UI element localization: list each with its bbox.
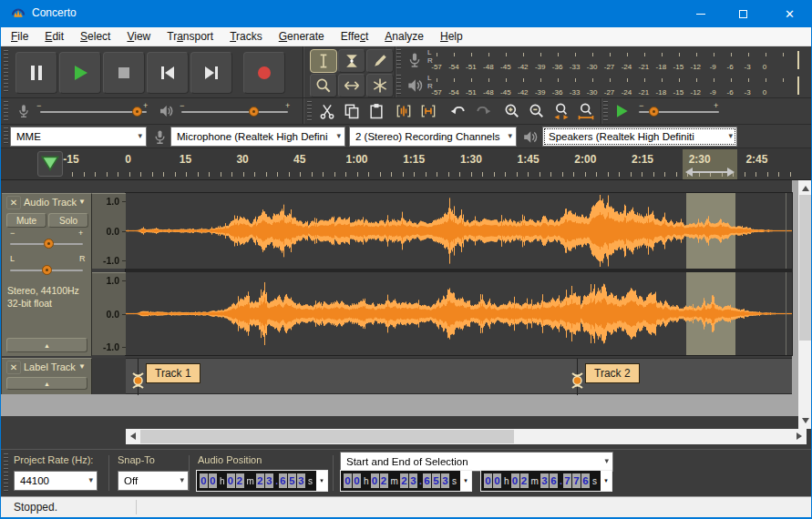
time-digit[interactable]: 6 (581, 473, 590, 488)
close-track-button[interactable]: ✕ (6, 196, 21, 209)
time-digit[interactable]: 3 (540, 473, 549, 488)
recording-meter-gripper[interactable] (396, 49, 401, 71)
playback-meter[interactable]: LR -57-54-51-48-45-42-39-36-33-30-27-24-… (396, 73, 807, 98)
skip-to-end-button[interactable] (190, 52, 232, 94)
zoom-selection-button[interactable] (548, 99, 575, 123)
time-digit[interactable]: 5 (432, 473, 440, 488)
time-digit[interactable]: 2 (520, 473, 529, 488)
waveform-canvas[interactable] (126, 193, 792, 355)
time-digit[interactable]: 5 (288, 473, 296, 488)
draw-tool-button[interactable] (366, 49, 394, 73)
scroll-up-icon[interactable] (802, 186, 809, 191)
time-field-dropdown-icon[interactable]: ▾ (316, 471, 327, 491)
device-toolbar-gripper[interactable] (4, 127, 8, 145)
output-volume-slider[interactable] (181, 111, 288, 113)
scroll-left-icon[interactable] (130, 432, 136, 440)
time-digit[interactable]: 6 (550, 473, 558, 488)
menu-analyze[interactable]: Analyze (376, 27, 432, 46)
time-field-dropdown-icon[interactable]: ▾ (601, 471, 612, 491)
solo-button[interactable]: Solo (48, 213, 88, 228)
time-digit[interactable]: 3 (441, 473, 449, 488)
playback-device-select[interactable]: Speakers (Realtek High Definiti▾ (542, 127, 737, 147)
menu-generate[interactable]: Generate (271, 27, 333, 46)
time-digit[interactable]: 2 (380, 473, 388, 488)
time-digit[interactable]: 0 (493, 473, 501, 488)
track-menu-caret-icon[interactable]: ▼ (78, 198, 86, 206)
maximize-button[interactable] (722, 0, 765, 27)
close-button[interactable]: ✕ (768, 0, 811, 27)
time-digit[interactable]: 0 (209, 473, 217, 488)
track-title[interactable]: Label Track (24, 361, 76, 372)
time-digit[interactable]: 2 (400, 473, 408, 488)
title-bar[interactable]: Concerto ✕ (1, 0, 811, 27)
time-digit[interactable]: 3 (265, 473, 273, 488)
record-button[interactable] (243, 52, 285, 94)
selection-tool-button[interactable] (310, 49, 337, 73)
transport-toolbar-gripper[interactable] (4, 50, 8, 94)
time-digit[interactable]: 3 (409, 473, 417, 488)
undo-button[interactable] (445, 99, 472, 123)
input-volume-slider[interactable] (40, 111, 147, 113)
selection-start-field[interactable]: 00h02m23.653s▾ (340, 470, 472, 492)
time-digit[interactable]: 0 (200, 473, 208, 488)
selection-toolbar-gripper[interactable] (4, 453, 8, 493)
time-digit[interactable]: 0 (344, 473, 352, 488)
label-track-row[interactable]: Track 1Track 2 (126, 358, 792, 394)
zoom-out-button[interactable] (523, 99, 550, 123)
time-digit[interactable]: 2 (236, 473, 244, 488)
time-digit[interactable]: 7 (563, 473, 571, 488)
trim-audio-button[interactable] (390, 99, 417, 123)
minimize-button[interactable] (679, 0, 722, 27)
horizontal-scrollbar[interactable] (126, 429, 807, 444)
stop-button[interactable] (103, 52, 145, 94)
zoom-fit-button[interactable] (572, 99, 600, 123)
menu-select[interactable]: Select (72, 27, 118, 46)
track-title[interactable]: Audio Track (24, 197, 77, 208)
label-text[interactable]: Track 1 (146, 363, 200, 383)
menu-tracks[interactable]: Tracks (221, 27, 271, 46)
envelope-tool-button[interactable] (338, 49, 365, 73)
vertical-scale-channel-2[interactable]: 1.00.0-1.0 (92, 272, 126, 355)
copy-button[interactable] (338, 99, 365, 123)
timeline-ruler[interactable]: -1501530451:001:151:301:452:002:152:302:… (1, 148, 811, 180)
menu-edit[interactable]: Edit (36, 27, 72, 46)
play-button[interactable] (59, 52, 101, 94)
silence-audio-button[interactable] (415, 99, 442, 123)
selection-end-field[interactable]: 00h02m36.776s▾ (480, 470, 612, 492)
track-menu-caret-icon[interactable]: ▼ (78, 362, 86, 371)
edit-toolbar-gripper[interactable] (307, 101, 312, 121)
gain-thumb[interactable] (44, 239, 54, 249)
redo-button[interactable] (469, 99, 497, 123)
project-rate-select[interactable]: 44100▾ (14, 471, 98, 491)
menu-effect[interactable]: Effect (333, 27, 376, 46)
timeshift-tool-button[interactable] (338, 74, 365, 97)
menu-view[interactable]: View (118, 27, 159, 46)
time-digit[interactable]: 6 (279, 473, 287, 488)
mixer-toolbar-gripper[interactable] (4, 101, 8, 121)
time-digit[interactable]: 0 (484, 473, 492, 488)
time-field-dropdown-icon[interactable]: ▾ (460, 471, 471, 491)
vertical-scrollbar[interactable] (798, 180, 812, 429)
input-volume-thumb[interactable] (132, 107, 142, 117)
selection-drag-handle[interactable] (685, 167, 735, 178)
menu-help[interactable]: Help (432, 27, 471, 46)
time-digit[interactable]: 0 (227, 473, 235, 488)
horizontal-scroll-thumb[interactable] (140, 430, 514, 443)
time-digit[interactable]: 0 (353, 473, 361, 488)
multi-tool-button[interactable] (366, 74, 394, 97)
pan-thumb[interactable] (42, 265, 52, 275)
menu-file[interactable]: File (3, 27, 36, 46)
timeline-options-button[interactable] (37, 151, 63, 177)
scroll-right-icon[interactable] (797, 432, 802, 440)
time-digit[interactable]: 0 (511, 473, 519, 488)
collapse-track-button[interactable]: ▲ (6, 377, 87, 390)
label-marker-flag[interactable] (571, 371, 583, 391)
time-digit[interactable]: 3 (297, 473, 305, 488)
output-volume-thumb[interactable] (249, 107, 259, 117)
recording-device-select[interactable]: Microphone (Realtek High Defini▾ (170, 127, 345, 147)
time-digit[interactable]: 0 (371, 473, 379, 488)
recording-channels-select[interactable]: 2 (Stereo) Recording Channels▾ (349, 127, 517, 147)
label-marker-flag[interactable] (132, 371, 144, 391)
time-digit[interactable]: 2 (256, 473, 264, 488)
label-text[interactable]: Track 2 (585, 363, 640, 383)
